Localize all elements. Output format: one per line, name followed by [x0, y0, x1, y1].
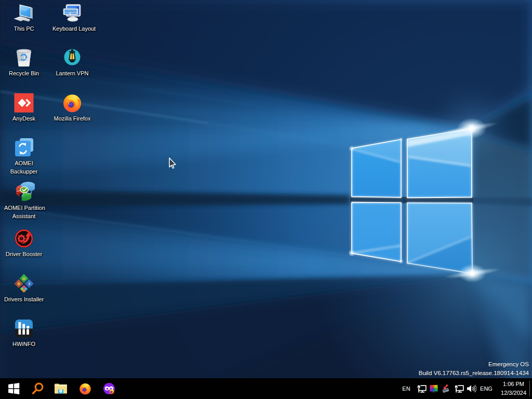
- svg-text:S: S: [17, 282, 20, 286]
- svg-text:D: D: [22, 276, 25, 281]
- svg-text:I: I: [29, 282, 30, 286]
